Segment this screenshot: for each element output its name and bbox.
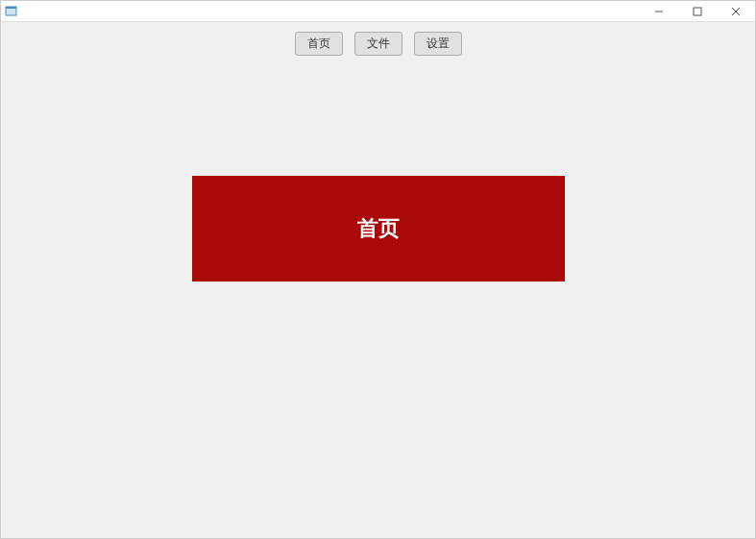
close-button[interactable] — [717, 1, 755, 22]
app-icon — [5, 5, 18, 18]
titlebar — [1, 1, 755, 22]
toolbar: 首页 文件 设置 — [1, 32, 755, 56]
window-controls — [640, 1, 755, 21]
minimize-button[interactable] — [640, 1, 678, 22]
settings-button[interactable]: 设置 — [414, 32, 462, 56]
maximize-button[interactable] — [678, 1, 717, 22]
main-panel: 首页 — [192, 176, 565, 282]
svg-rect-1 — [6, 7, 16, 9]
file-button[interactable]: 文件 — [354, 32, 402, 56]
svg-rect-3 — [694, 8, 701, 15]
titlebar-left — [1, 5, 18, 18]
content-area: 首页 文件 设置 首页 — [1, 22, 755, 538]
home-button[interactable]: 首页 — [295, 32, 343, 56]
panel-title: 首页 — [357, 214, 400, 243]
